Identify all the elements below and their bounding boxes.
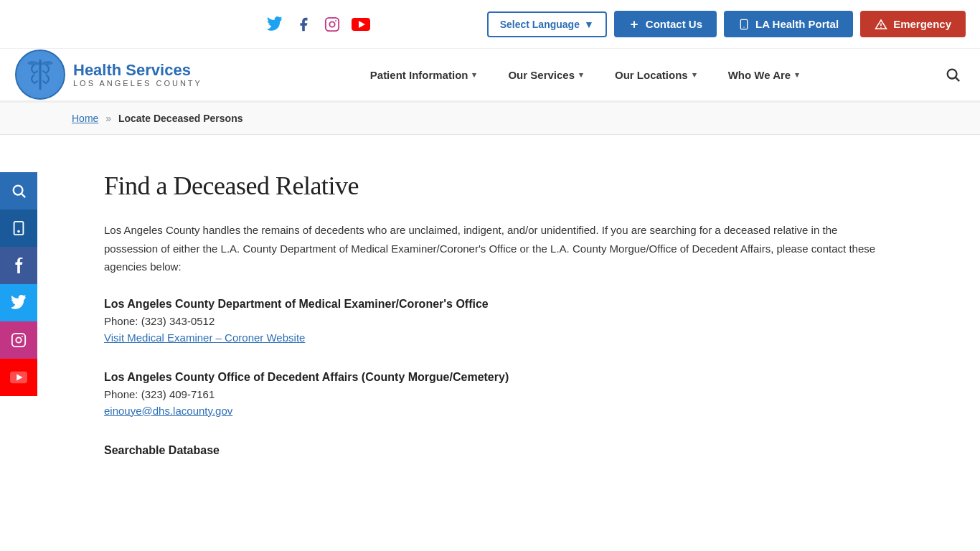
nav-patient-information[interactable]: Patient Information ▾ <box>354 49 493 103</box>
patient-info-chevron-icon: ▾ <box>472 70 476 80</box>
logo-area: Health Services LOS ANGELES COUNTY <box>14 49 230 100</box>
section3-title: Searchable Database <box>104 444 893 457</box>
who-we-are-label: Who We Are <box>728 69 791 81</box>
svg-rect-7 <box>740 19 747 29</box>
section2-email-link[interactable]: einouye@dhs.lacounty.gov <box>104 405 232 417</box>
plus-icon <box>628 19 640 30</box>
who-we-are-chevron-icon: ▾ <box>795 70 799 80</box>
svg-line-18 <box>22 194 25 197</box>
search-icon <box>945 67 961 83</box>
top-bar: Select Language ▼ Contact Us LA Health P… <box>0 0 980 49</box>
la-health-portal-button[interactable]: LA Health Portal <box>724 11 853 37</box>
section1-title: Los Angeles County Department of Medical… <box>104 298 893 311</box>
breadcrumb-current: Locate Deceased Persons <box>118 113 243 124</box>
nav-who-we-are[interactable]: Who We Are ▾ <box>712 49 816 103</box>
contact-us-button[interactable]: Contact Us <box>614 11 717 37</box>
our-services-chevron-icon: ▾ <box>579 70 583 80</box>
patient-information-label: Patient Information <box>370 69 468 81</box>
nav-our-locations[interactable]: Our Locations ▾ <box>599 49 712 103</box>
nav-links: Patient Information ▾ Our Services ▾ Our… <box>230 49 940 100</box>
section2-phone: Phone: (323) 409-7161 <box>104 388 893 400</box>
side-facebook-icon <box>12 258 25 273</box>
svg-point-8 <box>743 27 744 27</box>
side-search-button[interactable] <box>0 172 37 209</box>
facebook-icon[interactable] <box>294 15 313 34</box>
breadcrumb-home-link[interactable]: Home <box>72 113 98 124</box>
nav-our-services[interactable]: Our Services ▾ <box>492 49 599 103</box>
twitter-icon[interactable] <box>265 15 284 34</box>
emergency-label: Emergency <box>893 18 951 30</box>
nav-bar: Health Services LOS ANGELES COUNTY Patie… <box>0 49 980 103</box>
svg-point-22 <box>16 337 21 342</box>
side-twitter-icon <box>11 295 27 311</box>
instagram-icon[interactable] <box>323 15 341 34</box>
side-twitter-button[interactable] <box>0 284 37 321</box>
section1-phone: Phone: (323) 343-0512 <box>104 315 893 327</box>
svg-rect-21 <box>12 334 25 347</box>
svg-point-20 <box>18 231 19 232</box>
chevron-down-icon: ▼ <box>584 19 594 30</box>
svg-rect-0 <box>326 17 339 30</box>
breadcrumb-separator: » <box>105 113 111 124</box>
select-language-button[interactable]: Select Language ▼ <box>487 11 607 37</box>
logo-image <box>14 49 66 100</box>
our-locations-label: Our Locations <box>615 69 688 81</box>
svg-point-1 <box>329 22 334 27</box>
breadcrumb: Home » Locate Deceased Persons <box>0 103 980 135</box>
emergency-button[interactable]: Emergency <box>860 11 966 37</box>
svg-line-16 <box>956 77 959 81</box>
logo-sub: LOS ANGELES COUNTY <box>73 79 202 88</box>
svg-point-2 <box>335 20 336 22</box>
side-facebook-button[interactable] <box>0 247 37 284</box>
logo-text: Health Services LOS ANGELES COUNTY <box>73 62 202 88</box>
our-services-label: Our Services <box>508 69 575 81</box>
svg-point-15 <box>948 70 957 79</box>
contact-us-label: Contact Us <box>646 18 702 30</box>
side-youtube-icon <box>10 371 27 384</box>
social-icons <box>265 15 370 34</box>
warning-icon <box>875 19 887 30</box>
side-social-bar <box>0 172 37 396</box>
side-phone-icon <box>11 220 27 236</box>
la-health-portal-label: LA Health Portal <box>755 18 839 30</box>
our-locations-chevron-icon: ▾ <box>692 70 697 80</box>
select-language-label: Select Language <box>500 19 580 30</box>
section-1: Los Angeles County Department of Medical… <box>104 298 893 364</box>
section1-link[interactable]: Visit Medical Examiner – Coroner Website <box>104 331 305 344</box>
side-youtube-button[interactable] <box>0 359 37 396</box>
intro-paragraph: Los Angeles County handles the remains o… <box>104 221 893 276</box>
section-2: Los Angeles County Office of Decedent Af… <box>104 371 893 437</box>
svg-point-17 <box>14 186 23 195</box>
logo-main: Health Services <box>73 62 202 79</box>
search-button[interactable] <box>940 62 966 88</box>
section-3: Searchable Database <box>104 444 893 457</box>
youtube-icon[interactable] <box>352 15 370 34</box>
side-instagram-icon <box>11 332 27 348</box>
page-title: Find a Deceased Relative <box>104 171 893 201</box>
phone-icon <box>738 19 750 30</box>
side-instagram-button[interactable] <box>0 321 37 359</box>
svg-point-11 <box>880 27 882 28</box>
section2-title: Los Angeles County Office of Decedent Af… <box>104 371 893 384</box>
svg-point-23 <box>22 336 23 337</box>
side-phone-button[interactable] <box>0 209 37 247</box>
side-search-icon <box>11 183 27 199</box>
main-content: Find a Deceased Relative Los Angeles Cou… <box>47 135 951 493</box>
